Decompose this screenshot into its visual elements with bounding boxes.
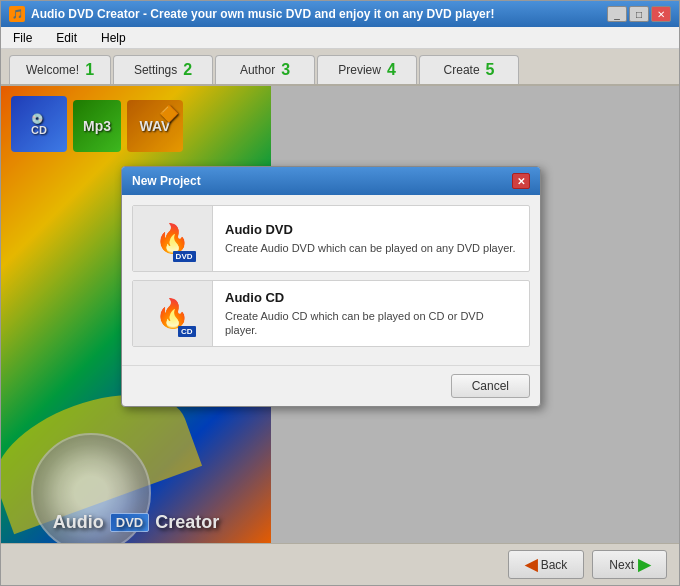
tab-create-label: Create (444, 63, 480, 77)
menu-bar: File Edit Help (1, 27, 679, 49)
back-button[interactable]: ◀ Back (508, 550, 585, 579)
tab-settings-number: 2 (183, 61, 192, 79)
audio-dvd-icon-area: 🔥 DVD (133, 206, 213, 271)
menu-edit[interactable]: Edit (48, 29, 85, 47)
dialog-title-text: New Project (132, 174, 201, 188)
next-label: Next (609, 558, 634, 572)
tab-create-number: 5 (486, 61, 495, 79)
tab-welcome-label: Welcome! (26, 63, 79, 77)
tab-welcome-number: 1 (85, 61, 94, 79)
tab-preview-number: 4 (387, 61, 396, 79)
back-arrow-icon: ◀ (525, 555, 537, 574)
audio-cd-option[interactable]: 🔥 CD Audio CD Create Audio CD which can … (132, 280, 530, 347)
tab-author[interactable]: Author 3 (215, 55, 315, 84)
cancel-button[interactable]: Cancel (451, 374, 530, 398)
title-bar-left: 🎵 Audio DVD Creator - Create your own mu… (9, 6, 494, 22)
dialog-close-button[interactable]: ✕ (512, 173, 530, 189)
tab-author-number: 3 (281, 61, 290, 79)
dialog-title-bar: New Project ✕ (122, 167, 540, 195)
bottom-bar: ◀ Back Next ▶ (1, 543, 679, 585)
audio-cd-text: Audio CD Create Audio CD which can be pl… (213, 282, 529, 346)
title-bar: 🎵 Audio DVD Creator - Create your own mu… (1, 1, 679, 27)
window-title: Audio DVD Creator - Create your own musi… (31, 7, 494, 21)
maximize-button[interactable]: □ (629, 6, 649, 22)
dvd-disc-label: DVD (173, 251, 196, 262)
audio-dvd-text: Audio DVD Create Audio DVD which can be … (213, 214, 529, 263)
dialog-footer: Cancel (122, 365, 540, 406)
audio-cd-icon-area: 🔥 CD (133, 281, 213, 346)
main-content: 💿CD Mp3 WAV 🔶 Audio DVD (1, 86, 679, 543)
tab-welcome[interactable]: Welcome! 1 (9, 55, 111, 84)
audio-dvd-title: Audio DVD (225, 222, 517, 237)
audio-cd-desc: Create Audio CD which can be played on C… (225, 309, 517, 338)
dialog-overlay: New Project ✕ 🔥 DVD Audio DVD (1, 86, 679, 543)
tab-bar: Welcome! 1 Settings 2 Author 3 Preview 4… (1, 49, 679, 86)
audio-dvd-icon: 🔥 DVD (148, 214, 198, 264)
tab-settings-label: Settings (134, 63, 177, 77)
menu-help[interactable]: Help (93, 29, 134, 47)
menu-file[interactable]: File (5, 29, 40, 47)
tab-create[interactable]: Create 5 (419, 55, 519, 84)
tab-settings[interactable]: Settings 2 (113, 55, 213, 84)
new-project-dialog: New Project ✕ 🔥 DVD Audio DVD (121, 166, 541, 407)
tab-preview-label: Preview (338, 63, 381, 77)
cd-disc-label: CD (178, 326, 196, 337)
audio-cd-title: Audio CD (225, 290, 517, 305)
app-icon: 🎵 (9, 6, 25, 22)
dialog-body: 🔥 DVD Audio DVD Create Audio DVD which c… (122, 195, 540, 365)
main-window: 🎵 Audio DVD Creator - Create your own mu… (0, 0, 680, 586)
window-controls: _ □ ✕ (607, 6, 671, 22)
next-arrow-icon: ▶ (638, 555, 650, 574)
back-label: Back (541, 558, 568, 572)
audio-dvd-option[interactable]: 🔥 DVD Audio DVD Create Audio DVD which c… (132, 205, 530, 272)
audio-cd-icon: 🔥 CD (148, 289, 198, 339)
close-button[interactable]: ✕ (651, 6, 671, 22)
tab-preview[interactable]: Preview 4 (317, 55, 417, 84)
audio-dvd-desc: Create Audio DVD which can be played on … (225, 241, 517, 255)
next-button[interactable]: Next ▶ (592, 550, 667, 579)
tab-author-label: Author (240, 63, 275, 77)
minimize-button[interactable]: _ (607, 6, 627, 22)
